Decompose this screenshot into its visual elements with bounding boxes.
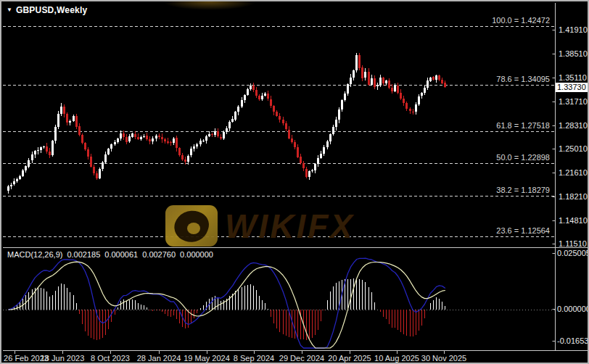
macd-value-1: 0.002185 — [67, 250, 100, 259]
price-axis-label: 1.11510 — [559, 239, 587, 248]
price-axis-label: 1.18210 — [559, 192, 588, 201]
price-chart-canvas[interactable] — [1, 1, 589, 364]
price-axis-label: 1.41910 — [559, 25, 588, 34]
macd-value-2: 0.000061 — [104, 250, 138, 259]
fib-level-label: 38.2 = 1.18279 — [496, 186, 550, 194]
fib-level-label: 61.8 = 1.27518 — [496, 122, 550, 130]
price-axis-label: 1.35110 — [559, 73, 587, 82]
symbol-dropdown-icon[interactable]: ▼ — [7, 7, 12, 14]
price-axis-label: 1.28310 — [559, 121, 588, 130]
price-axis-label: 1.31710 — [559, 97, 588, 106]
watermark-glow — [162, 1, 257, 10]
macd-axis-label: 0.000000 — [557, 305, 589, 313]
current-price-tag: 1.33730 — [556, 83, 589, 92]
price-axis-label: 1.21610 — [559, 168, 588, 177]
price-axis-label: 1.38510 — [559, 49, 588, 58]
fib-level-label: 100.0 = 1.42472 — [492, 17, 550, 25]
macd-histogram — [9, 278, 445, 339]
fib-level-label: 23.6 = 1.12564 — [496, 227, 550, 235]
macd-value-4: 0.000000 — [180, 250, 213, 259]
macd-axis-label: 0.025005 — [557, 249, 589, 257]
macd-indicator-label: MACD(12,26,9) 0.002185 0.000061 0.002760… — [7, 250, 213, 259]
chart-title-bar: ▼ GBPUSD,Weekly — [7, 5, 87, 15]
macd-name: MACD(12,26,9) — [7, 250, 62, 259]
fib-level-label: 50.0 = 1.22898 — [496, 154, 550, 162]
macd-value-3: 0.002760 — [142, 250, 176, 259]
candlestick-series — [7, 53, 446, 194]
price-axis-label: 1.14810 — [559, 216, 588, 225]
price-axis-label: 1.25010 — [559, 144, 588, 153]
chart-symbol-title: GBPUSD,Weekly — [16, 5, 87, 15]
date-axis-label: 30 Nov 2025 — [415, 354, 473, 363]
macd-axis-label: -0.016538 — [557, 336, 589, 345]
fib-level-label: 78.6 = 1.34095 — [496, 75, 550, 83]
chart-window: ▼ GBPUSD,Weekly 1.33730 MACD(12,26,9) 0.… — [0, 0, 589, 364]
